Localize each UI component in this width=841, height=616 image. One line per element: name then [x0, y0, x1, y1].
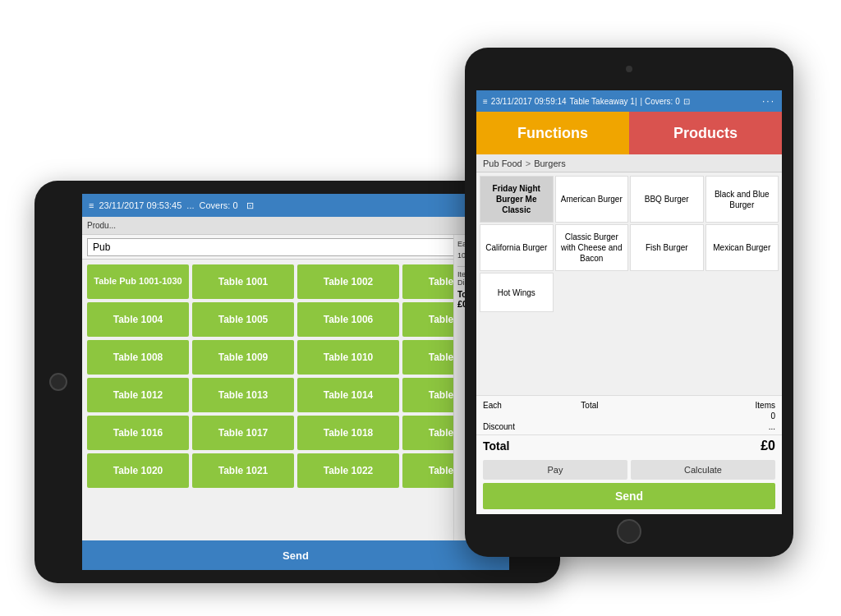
product-item[interactable]: Black and Blue Burger — [705, 176, 779, 223]
table-row[interactable]: Table 1009 — [192, 340, 294, 375]
product-label: Fish Burger — [646, 242, 688, 253]
portrait-breadcrumb: Pub Food > Burgers — [476, 154, 782, 172]
product-label: Black and Blue Burger — [708, 189, 777, 210]
product-item[interactable]: Fish Burger — [630, 224, 704, 271]
portrait-screen: ≡ 23/11/2017 09:59:14 Table Takeaway 1| … — [476, 90, 782, 514]
portrait-covers: | Covers: 0 — [641, 97, 680, 106]
landscape-dropdown-row: Pub ▾ — [82, 235, 509, 260]
table-row[interactable]: Table 1022 — [297, 453, 399, 488]
tab-products[interactable]: Products — [629, 112, 782, 154]
portrait-tabs: Functions Products — [476, 112, 782, 154]
landscape-home-button[interactable] — [49, 373, 67, 391]
table-row[interactable]: Table 1010 — [297, 340, 399, 375]
landscape-screen: ≡ 23/11/2017 09:53:45 ... Covers: 0 ⊡ ··… — [82, 194, 509, 570]
product-label: Classic Burger with Cheese and Bacon — [558, 232, 627, 264]
breadcrumb-burgers[interactable]: Burgers — [534, 159, 566, 168]
landscape-product-label: Produ... — [82, 217, 509, 235]
summary-items-label: Items — [679, 401, 775, 410]
product-item[interactable]: Classic Burger with Cheese and Bacon — [555, 224, 629, 271]
summary-each-value — [483, 411, 579, 421]
product-item[interactable]: Friday Night Burger Me Classic — [480, 176, 554, 223]
portrait-send-button[interactable]: Send — [483, 483, 775, 509]
table-row[interactable]: Table 1005 — [192, 302, 294, 337]
landscape-datetime: 23/11/2017 09:53:45 — [99, 200, 182, 210]
pay-button[interactable]: Pay — [483, 460, 627, 480]
table-row[interactable]: Table 1008 — [87, 340, 189, 375]
product-label: Mexican Burger — [713, 242, 770, 253]
table-row[interactable]: Table 1013 — [192, 378, 294, 412]
table-row[interactable]: Table 1021 — [192, 453, 294, 488]
product-label: Hot Wings — [498, 287, 535, 298]
landscape-covers: Covers: 0 — [200, 200, 238, 210]
product-item[interactable]: American Burger — [555, 176, 629, 223]
table-row[interactable]: Table 1004 — [87, 302, 189, 337]
table-header-cell[interactable]: Table Pub 1001-1030 — [87, 264, 189, 299]
product-label: California Burger — [485, 242, 547, 253]
portrait-summary: Each Total Items 0 Discount ... — [476, 396, 782, 434]
portrait-menu-icon[interactable]: ≡ — [483, 97, 488, 106]
portrait-table-name: Table Takeaway 1| — [570, 97, 637, 106]
table-row[interactable]: Table 1001 — [192, 264, 294, 299]
table-row[interactable]: Table 1018 — [297, 416, 399, 450]
summary-items-value: 0 — [679, 411, 775, 421]
product-item[interactable]: BBQ Burger — [630, 176, 704, 223]
landscape-send-label: Send — [283, 549, 309, 562]
product-item[interactable]: California Burger — [480, 224, 554, 271]
portrait-resize-icon[interactable]: ⊡ — [683, 97, 690, 106]
table-row[interactable]: Table 1014 — [297, 378, 399, 412]
portrait-total-row: Total £0 — [476, 434, 782, 457]
tablet-portrait: ≡ 23/11/2017 09:59:14 Table Takeaway 1| … — [465, 48, 793, 557]
landscape-header: ≡ 23/11/2017 09:53:45 ... Covers: 0 ⊡ ··… — [82, 194, 509, 217]
total-amount: £0 — [761, 439, 775, 453]
portrait-action-buttons: Pay Calculate — [476, 457, 782, 483]
landscape-table-dropdown[interactable]: Pub ▾ — [87, 238, 504, 256]
landscape-send-button[interactable]: Send — [82, 540, 509, 570]
product-label: BBQ Burger — [645, 194, 689, 205]
portrait-camera — [626, 66, 632, 72]
table-row[interactable]: Table 1012 — [87, 378, 189, 412]
tab-functions-label: Functions — [517, 125, 588, 142]
landscape-ellipsis: ... — [186, 200, 194, 210]
summary-discount-value: ... — [679, 422, 775, 431]
table-row[interactable]: Table 1006 — [297, 302, 399, 337]
portrait-home-button[interactable] — [617, 519, 641, 544]
landscape-resize-icon[interactable]: ⊡ — [246, 200, 254, 211]
summary-total-label: Total — [581, 401, 677, 410]
breadcrumb-pub-food[interactable]: Pub Food — [483, 159, 522, 168]
landscape-table-grid: Table Pub 1001-1030 Table 1001 Table 100… — [82, 260, 509, 493]
portrait-product-grid: Friday Night Burger Me Classic American … — [476, 172, 782, 315]
table-row[interactable]: Table 1020 — [87, 453, 189, 488]
landscape-dropdown-value: Pub — [93, 241, 110, 253]
product-item[interactable]: Hot Wings — [480, 273, 554, 312]
portrait-dots-icon[interactable]: ··· — [762, 95, 775, 107]
summary-discount-spacer — [581, 422, 677, 431]
product-label: American Burger — [561, 194, 623, 205]
breadcrumb-arrow: > — [526, 159, 531, 168]
table-row[interactable]: Table 1016 — [87, 416, 189, 450]
portrait-datetime: 23/11/2017 09:59:14 — [491, 97, 567, 106]
total-label: Total — [483, 439, 509, 453]
product-item[interactable]: Mexican Burger — [705, 224, 779, 271]
portrait-header: ≡ 23/11/2017 09:59:14 Table Takeaway 1| … — [476, 90, 782, 112]
tab-products-label: Products — [673, 125, 738, 142]
summary-total-value — [581, 411, 677, 421]
summary-discount-label: Discount — [483, 422, 579, 431]
portrait-bottom-panel: Each Total Items 0 Discount ... Total £0… — [476, 395, 782, 514]
product-label: Friday Night Burger Me Classic — [482, 183, 551, 215]
calculate-button[interactable]: Calculate — [631, 460, 775, 480]
tab-functions[interactable]: Functions — [476, 112, 629, 154]
table-row[interactable]: Table 1002 — [297, 264, 399, 299]
table-row[interactable]: Table 1017 — [192, 416, 294, 450]
landscape-menu-icon[interactable]: ≡ — [89, 200, 94, 210]
summary-each-label: Each — [483, 401, 579, 410]
